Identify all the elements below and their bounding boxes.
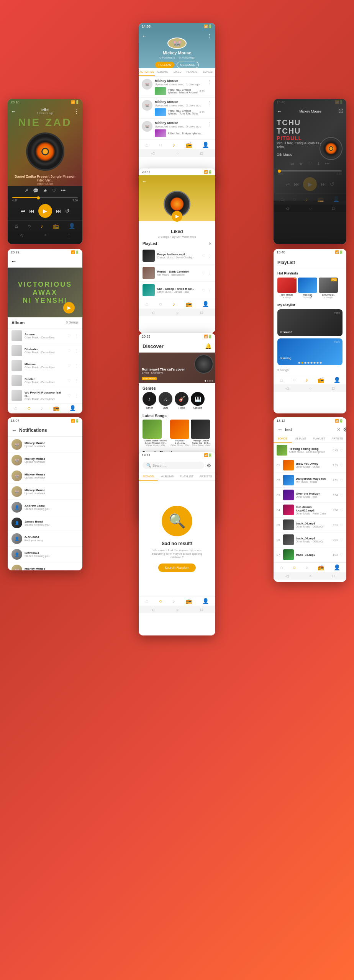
latest-song-item[interactable]: Vintage Cultura Fancy Inc - In th... Oth… xyxy=(191,420,211,446)
progress-bar[interactable] xyxy=(278,170,342,172)
nav-discover-icon[interactable]: ○ xyxy=(28,223,31,229)
play-button[interactable]: ▶ xyxy=(38,204,52,218)
nav-discover-icon[interactable]: ○ xyxy=(159,142,162,148)
nav-radio-icon[interactable]: 📻 xyxy=(185,598,192,604)
nav-profile-icon[interactable]: 👤 xyxy=(334,377,340,383)
android-home[interactable]: ○ xyxy=(44,233,46,237)
player-back-icon[interactable]: ← xyxy=(11,108,16,114)
more-icon[interactable]: ⋮ xyxy=(75,394,79,398)
nav-discover-icon[interactable]: ○ xyxy=(159,301,162,307)
nav-profile-icon[interactable]: 👤 xyxy=(202,142,209,148)
back-icon[interactable]: ← xyxy=(142,178,147,185)
nav-profile-icon[interactable]: 👤 xyxy=(69,405,76,411)
nav-home-icon[interactable]: ⌂ xyxy=(14,405,17,411)
nav-radio-icon[interactable]: 📻 xyxy=(185,142,192,148)
tab-playlist[interactable]: PLAYLIST xyxy=(310,435,328,443)
heart-icon[interactable]: ♡ xyxy=(67,349,71,353)
nav-library-icon[interactable]: ♪ xyxy=(40,405,43,411)
nav-profile-icon[interactable]: 👤 xyxy=(69,223,75,229)
heart-icon[interactable]: ♡ xyxy=(67,364,71,368)
play-button[interactable]: ▶ xyxy=(63,302,75,314)
tab-artists[interactable]: ARTISTS xyxy=(196,472,215,480)
more-icon[interactable]: ⋮ xyxy=(75,334,79,338)
close-icon[interactable]: ✕ xyxy=(337,427,341,432)
more-icon[interactable]: ••• xyxy=(61,188,66,193)
heart-icon[interactable]: ♡ xyxy=(340,448,343,452)
tab-albums[interactable]: ALBUMS xyxy=(292,435,310,443)
nav-radio-icon[interactable]: 📻 xyxy=(318,564,324,570)
close-icon[interactable]: ✕ xyxy=(208,242,211,246)
android-back[interactable]: ◁ xyxy=(151,151,154,155)
play-button[interactable]: ▶ xyxy=(172,211,182,222)
nav-home-icon[interactable]: ⌂ xyxy=(280,564,283,570)
more-icon[interactable]: ⋮ xyxy=(75,364,79,368)
follow-button[interactable]: FOLLOW xyxy=(155,62,174,68)
back-icon[interactable]: ← xyxy=(277,108,282,114)
android-recent[interactable]: □ xyxy=(332,386,334,390)
back-icon[interactable]: ← xyxy=(11,258,17,265)
android-recent[interactable]: □ xyxy=(200,151,203,155)
more-icon[interactable]: ⋮ xyxy=(208,254,211,258)
info-icon[interactable]: ⓘ xyxy=(339,108,343,114)
android-back[interactable]: ◁ xyxy=(285,206,288,211)
search-input[interactable]: Search... xyxy=(152,464,166,467)
nav-radio-icon[interactable]: 📻 xyxy=(52,223,59,229)
tab-playlist[interactable]: PLAYLIST xyxy=(177,472,196,480)
player-more-icon[interactable]: ⋮ xyxy=(74,108,79,114)
heart-icon[interactable]: ♡ xyxy=(340,478,343,482)
android-home[interactable]: ○ xyxy=(176,310,179,315)
nav-radio-icon[interactable]: 📻 xyxy=(53,405,59,411)
nav-home-icon[interactable]: ⌂ xyxy=(280,377,283,383)
back-icon[interactable]: ← xyxy=(277,426,283,433)
hot-playlist-item[interactable]: relaxing 5 Songs xyxy=(298,278,317,299)
activity-more-icon[interactable]: ⋮ xyxy=(207,100,212,106)
tab-songs[interactable]: SONGS xyxy=(200,68,215,76)
tab-songs[interactable]: SONGS xyxy=(274,435,292,443)
nav-home-icon[interactable]: ⌂ xyxy=(145,142,148,148)
filter-icon[interactable]: ⚙ xyxy=(206,462,211,469)
nav-home-icon[interactable]: ⌂ xyxy=(145,598,148,604)
more-icon[interactable]: ⋮ xyxy=(207,33,212,39)
shuffle-icon[interactable]: ⇌ xyxy=(21,208,25,214)
nav-home-icon[interactable]: ⌂ xyxy=(145,301,148,307)
heart-icon[interactable]: ♡ xyxy=(340,463,343,467)
android-recent[interactable]: □ xyxy=(332,206,334,211)
heart-icon[interactable]: ♡ xyxy=(340,493,343,497)
tab-activities[interactable]: ACTIVITIES xyxy=(139,68,155,76)
hot-playlist-item[interactable]: PALA deneme11 1 Songs xyxy=(319,278,338,299)
android-home[interactable]: ○ xyxy=(309,574,311,578)
heart-icon[interactable]: ♡ xyxy=(67,394,71,398)
share-icon[interactable]: ↗ xyxy=(25,188,28,193)
bell-icon[interactable]: 🔔 xyxy=(205,343,211,349)
android-back[interactable]: ◁ xyxy=(285,574,288,578)
android-recent[interactable]: □ xyxy=(200,310,203,315)
back-icon[interactable]: ← xyxy=(142,33,147,39)
star-icon[interactable]: ★ xyxy=(43,188,48,193)
android-back[interactable]: ◁ xyxy=(20,233,23,237)
nav-library-icon[interactable]: ♪ xyxy=(305,564,308,570)
nav-library-icon[interactable]: ♪ xyxy=(172,142,175,148)
search-query-input[interactable] xyxy=(285,428,334,432)
more-icon[interactable]: ⋮ xyxy=(208,271,211,275)
genre-item-other[interactable]: ♪ Other xyxy=(143,392,156,409)
my-playlist-item[interactable]: st sound Public xyxy=(277,309,343,336)
nav-discover-icon[interactable]: ○ xyxy=(293,377,296,383)
android-back[interactable]: ◁ xyxy=(151,608,154,612)
android-back[interactable]: ◁ xyxy=(285,386,288,390)
nav-profile-icon[interactable]: 👤 xyxy=(334,564,340,570)
progress-bar[interactable] xyxy=(12,197,78,198)
search-random-button[interactable]: Search Random xyxy=(158,564,195,572)
android-home[interactable]: ○ xyxy=(176,151,179,155)
activity-more-icon[interactable]: ⋮ xyxy=(207,79,212,85)
nav-discover-icon[interactable]: ○ xyxy=(159,598,162,604)
repeat-icon[interactable]: ↺ xyxy=(65,208,70,214)
nav-library-icon[interactable]: ♪ xyxy=(172,301,175,307)
android-back[interactable]: ◁ xyxy=(151,310,154,315)
heart-icon[interactable]: ♡ xyxy=(340,553,343,557)
android-home[interactable]: ○ xyxy=(309,206,311,211)
heart-icon[interactable]: ♡ xyxy=(202,254,205,258)
android-home[interactable]: ○ xyxy=(176,608,179,612)
heart-icon[interactable]: ♡ xyxy=(52,188,56,193)
heart-icon[interactable]: ♡ xyxy=(340,538,343,542)
nav-library-icon[interactable]: ♪ xyxy=(172,598,175,604)
